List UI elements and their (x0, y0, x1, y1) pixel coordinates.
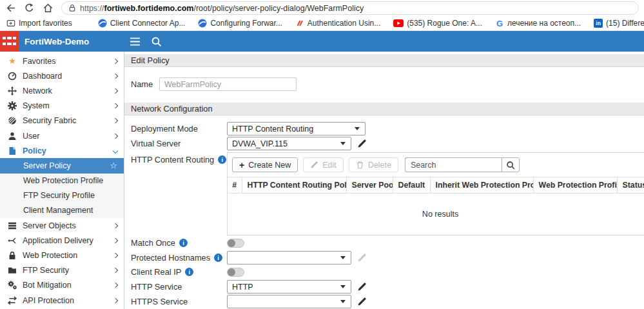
table-empty-row: No results (228, 194, 644, 235)
table-search-button[interactable] (502, 157, 520, 172)
edit-button[interactable]: Edit (303, 157, 344, 172)
table-toolbar: + Create New Edit Delete (228, 153, 644, 177)
zscaler-favicon-icon (98, 19, 107, 28)
bookmark-google-search[interactable]: G лечение на остеоп... (495, 19, 581, 28)
edit-http-service-icon[interactable] (357, 282, 367, 292)
info-icon: i (218, 155, 226, 164)
star-icon: ★ (8, 56, 17, 66)
toggle-knob (228, 239, 235, 247)
https-service-label: HTTPS Service (131, 295, 188, 308)
refresh-icon[interactable] (24, 3, 35, 14)
http-content-routing-label: HTTP Content Routing i (131, 153, 226, 166)
deployment-mode-select[interactable]: HTTP Content Routing (227, 122, 366, 135)
col-index[interactable]: # (228, 177, 242, 194)
sidebar-item-label: Policy (23, 146, 46, 155)
sidebar-item-label: API Protection (23, 296, 74, 305)
http-service-value: HTTP (232, 283, 253, 292)
folder-icon (8, 266, 17, 275)
edit-virtual-server-icon[interactable] (357, 139, 367, 148)
delete-button[interactable]: Delete (349, 157, 398, 172)
sidebar-item-ftp-security-profile[interactable]: FTP Security Profile (0, 188, 124, 203)
import-favorites-label: Import favorites (19, 19, 72, 28)
sidebar-item-server-policy[interactable]: Server Policy ☆ (0, 158, 124, 173)
name-label: Name (131, 77, 153, 91)
create-new-label: Create New (248, 161, 291, 170)
info-icon: i (214, 254, 222, 262)
bookmark-youtube[interactable]: (535) Rogue One: A... (393, 19, 482, 28)
gears-icon (8, 281, 17, 290)
caret-down-icon (340, 300, 346, 303)
toggle-knob (228, 268, 235, 276)
protected-hostnames-select[interactable] (227, 251, 351, 264)
col-status[interactable]: Status (617, 177, 644, 194)
address-bar[interactable]: https://fortiweb.fortidemo.com/root/poli… (61, 1, 639, 15)
url-domain: fortiweb.fortidemo.com (104, 4, 194, 13)
sidebar-item-network[interactable]: Network (0, 83, 124, 98)
sidebar-item-dashboard[interactable]: Dashboard (0, 68, 124, 83)
fortinet-logo-icon (0, 31, 19, 52)
sidebar-item-server-objects[interactable]: Server Objects (0, 218, 124, 233)
protected-hostnames-label: Protected Hostnames i (131, 251, 222, 264)
pencil-icon (310, 161, 318, 169)
sidebar-item-label: Network (23, 86, 52, 95)
sidebar-item-web-protection[interactable]: Web Protection (0, 248, 124, 263)
col-http-content-routing-policy[interactable]: HTTP Content Routing Policy (242, 177, 346, 194)
back-icon[interactable] (5, 3, 16, 14)
bookmark-label: (535) Rogue One: A... (407, 19, 482, 28)
sidebar-item-label: User (23, 132, 39, 141)
sidebar-item-security-fabric[interactable]: Security Fabric (0, 114, 124, 128)
sidebar-item-system[interactable]: System (0, 99, 124, 114)
sidebar-item-web-protection-profile[interactable]: Web Protection Profile (0, 174, 124, 188)
table-search-input[interactable] (405, 157, 502, 172)
sidebar-item-label: Web Protection (23, 251, 77, 260)
import-favorites-icon (6, 19, 15, 28)
sidebar-item-label: System (23, 101, 50, 110)
match-once-toggle[interactable] (227, 239, 244, 248)
gear-icon (8, 101, 17, 110)
search-icon[interactable] (151, 36, 162, 47)
client-real-ip-toggle[interactable] (227, 268, 244, 277)
edit-https-service-icon[interactable] (357, 297, 367, 306)
routing-table: # HTTP Content Routing Policy Server Poo… (228, 177, 644, 235)
sidebar-item-label: Favorites (23, 57, 55, 66)
home-icon[interactable] (43, 3, 54, 14)
chevron-right-icon (113, 133, 118, 138)
import-favorites-button[interactable]: Import favorites (6, 19, 72, 28)
deployment-mode-label: Deployment Mode (131, 122, 198, 135)
edit-label: Edit (322, 161, 337, 170)
col-server-pool[interactable]: Server Pool (346, 177, 393, 194)
sidebar-item-bot-mitigation[interactable]: Bot Mitigation (0, 278, 124, 293)
sidebar-item-user[interactable]: User (0, 128, 124, 143)
table-header-row: # HTTP Content Routing Policy Server Poo… (228, 177, 644, 194)
name-input[interactable] (159, 77, 297, 91)
caret-down-icon (340, 142, 346, 145)
match-once-label-text: Match Once (131, 238, 175, 248)
empty-state-text: No results (228, 194, 644, 235)
main-content: Edit Policy Name Network Configuration D… (124, 52, 644, 309)
http-service-label: HTTP Service (131, 280, 182, 294)
bookmark-authentication[interactable]: Authentication Usin... (295, 19, 380, 28)
bookmark-configuring-forward[interactable]: Configuring Forwar... (198, 19, 282, 28)
virtual-server-value: DVWA_VIP.115 (232, 139, 288, 148)
virtual-server-select[interactable]: DVWA_VIP.115 (227, 137, 351, 150)
create-new-button[interactable]: + Create New (232, 157, 298, 172)
col-web-protection-profile[interactable]: Web Protection Profile (533, 177, 617, 194)
col-inherit-web-protection-profile[interactable]: Inherit Web Protection Profile (430, 177, 533, 194)
https-service-select[interactable] (227, 295, 351, 308)
sidebar-item-application-delivery[interactable]: Application Delivery (0, 233, 124, 248)
sidebar-item-favorites[interactable]: ★ Favorites (0, 54, 124, 68)
google-favicon-icon: G (495, 19, 504, 28)
sidebar-item-client-management[interactable]: Client Management (0, 203, 124, 218)
sidebar-item-api-protection[interactable]: API Protection (0, 293, 124, 308)
col-default[interactable]: Default (393, 177, 430, 194)
menu-icon[interactable] (130, 36, 141, 47)
favorite-star-outline-icon[interactable]: ☆ (110, 161, 117, 170)
bookmark-linkedin[interactable]: in (15) Different Nmap... (594, 19, 644, 28)
zscaler-favicon-icon (198, 19, 207, 28)
sidebar-item-policy[interactable]: Policy (0, 143, 124, 158)
bookmark-client-connector[interactable]: Client Connector Ap... (98, 19, 186, 28)
sidebar-item-label: Dashboard (23, 72, 62, 81)
sidebar-item-ftp-security[interactable]: FTP Security (0, 263, 124, 278)
chevron-right-icon (113, 88, 118, 94)
http-service-select[interactable]: HTTP (227, 280, 351, 294)
